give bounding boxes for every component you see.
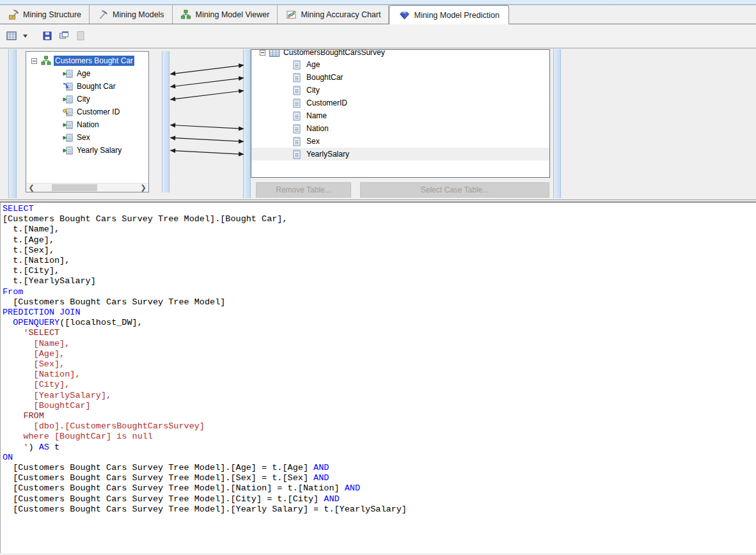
paste-disabled-button[interactable] (73, 28, 88, 43)
sql-line: [City], (3, 380, 756, 390)
view-dropdown-button[interactable] (20, 28, 29, 43)
toolbar-gap (31, 28, 38, 43)
save-button[interactable] (40, 28, 55, 43)
table-column-nation[interactable]: Nation (251, 122, 549, 135)
left-accent-strip (8, 49, 17, 198)
caret-down-icon (20, 31, 30, 41)
sql-line: [Age], (3, 349, 756, 359)
sql-line: [YearlySalary], (3, 391, 756, 401)
key-column-icon (63, 107, 73, 117)
sql-line: [Customers Bought Cars Survey Tree Model… (3, 483, 756, 494)
input-table-root-node[interactable]: CustomersBoughtCarsSurvey (251, 49, 549, 58)
model-field-label: Age (77, 69, 90, 78)
model-field-label: Yearly Salary (77, 146, 122, 155)
table-column-label: Age (306, 60, 320, 69)
mining-model-panel: Customers Bought CarAgeBought CarCityCus… (26, 51, 149, 192)
dmx-query-editor[interactable]: SELECT[Customers Bought Cars Survey Tree… (0, 203, 756, 553)
table-column-label: BoughtCar (306, 73, 343, 82)
sql-line: t.[Name], (3, 224, 756, 235)
input-column-icon (63, 132, 73, 143)
table-icon (269, 49, 280, 58)
model-field-label: Sex (77, 133, 90, 142)
result-grid-view-button[interactable] (4, 28, 19, 43)
document-icon (75, 31, 86, 41)
sql-line: where [BoughtCar] is null (3, 432, 756, 442)
model-field-sex[interactable]: Sex (26, 131, 148, 144)
input-table-panel: CustomersBoughtCarsSurveyAgeBoughtCarCit… (251, 49, 550, 178)
model-field-label: Nation (77, 120, 99, 129)
column-icon (292, 98, 302, 108)
remove-table-button[interactable]: Remove Table... (256, 182, 351, 198)
scroll-right-arrow-icon[interactable]: ❯ (138, 184, 148, 192)
table-column-city[interactable]: City (251, 84, 549, 97)
model-field-nation[interactable]: Nation (26, 118, 148, 131)
horizontal-scrollbar[interactable]: ❮ ❯ (26, 183, 148, 192)
input-column-icon (63, 94, 73, 104)
model-field-label: Customer ID (77, 107, 120, 116)
tab-label: Mining Structure (23, 10, 81, 19)
sql-line: [Sex], (3, 359, 756, 370)
dmx-query-text: SELECT[Customers Bought Cars Survey Tree… (3, 204, 756, 515)
mining-model-prediction-screen: Mining StructureMining ModelsMining Mode… (0, 0, 756, 555)
sql-line: OPENQUERY([localhost_DW], (3, 318, 756, 328)
input-column-icon (63, 68, 73, 79)
tab-label: Mining Models (113, 10, 164, 19)
sql-line: [Customers Bought Cars Survey Tree Model… (3, 494, 756, 504)
expand-minus-icon (260, 50, 265, 56)
tab-mining-models[interactable]: Mining Models (90, 5, 173, 24)
scrollbar-track[interactable] (36, 184, 138, 192)
input-column-icon (63, 145, 73, 155)
toolbar (0, 24, 756, 48)
sql-line: [BoughtCar] (3, 401, 756, 411)
sql-line: FROM (3, 411, 756, 421)
scroll-left-arrow-icon[interactable]: ❮ (26, 184, 36, 192)
sql-line: [Customers Bought Cars Survey Tree Model… (3, 297, 756, 308)
predict-column-icon (63, 81, 73, 91)
input-column-icon (63, 120, 73, 130)
mining-models-icon (97, 10, 109, 20)
column-icon (292, 85, 302, 95)
table-column-customerid[interactable]: CustomerID (251, 97, 549, 109)
sql-line: SELECT (3, 204, 756, 214)
sql-line: t.[YearlySalary] (3, 276, 756, 286)
sql-line: ') AS t (3, 442, 756, 453)
table-column-boughtcar[interactable]: BoughtCar (251, 71, 549, 84)
column-icon (292, 59, 302, 70)
table-column-sex[interactable]: Sex (251, 135, 549, 148)
sql-line: [Customers Bought Cars Survey Tree Model… (3, 473, 756, 483)
table-column-label: YearlySalary (306, 150, 349, 159)
column-icon (292, 136, 302, 146)
tab-mining-model-viewer[interactable]: Mining Model Viewer (173, 5, 278, 24)
model-field-customer-id[interactable]: Customer ID (26, 106, 148, 118)
table-column-label: Nation (306, 124, 329, 133)
sql-line: [Nation], (3, 370, 756, 380)
window-top-strip (0, 0, 756, 5)
input-table-tree: CustomersBoughtCarsSurveyAgeBoughtCarCit… (251, 49, 549, 160)
mining-model-prediction-icon (398, 10, 410, 20)
save-icon (42, 31, 52, 41)
model-field-yearly-salary[interactable]: Yearly Salary (26, 144, 148, 157)
table-column-name[interactable]: Name (251, 109, 549, 122)
tab-mining-model-prediction[interactable]: Mining Model Prediction (389, 5, 508, 24)
mining-model-root-node[interactable]: Customers Bought Car (26, 54, 148, 67)
table-column-age[interactable]: Age (251, 58, 549, 71)
model-field-bought-car[interactable]: Bought Car (26, 80, 148, 93)
model-field-city[interactable]: City (26, 93, 148, 106)
input-table-root-label: CustomersBoughtCarsSurvey (283, 49, 385, 57)
tab-mining-structure[interactable]: Mining Structure (0, 5, 90, 24)
expand-minus-icon (31, 58, 37, 64)
model-field-label: Bought Car (77, 82, 116, 91)
sql-line: [Name], (3, 339, 756, 349)
model-field-age[interactable]: Age (26, 67, 148, 80)
scrollbar-thumb[interactable] (52, 184, 98, 191)
select-case-table-button[interactable]: Select Case Table... (360, 182, 549, 198)
tab-mining-accuracy-chart[interactable]: Mining Accuracy Chart (278, 5, 389, 24)
switch-view-button[interactable] (56, 28, 72, 43)
mining-model-tree: Customers Bought CarAgeBought CarCityCus… (26, 52, 148, 157)
mining-structure-icon (8, 10, 19, 20)
sql-line: PREDICTION JOIN (3, 308, 756, 318)
column-icon (292, 123, 302, 134)
sql-line: [Customers Bought Cars Survey Tree Model… (3, 214, 756, 224)
table-column-yearlysalary[interactable]: YearlySalary (251, 148, 549, 160)
model-field-label: City (77, 95, 90, 104)
